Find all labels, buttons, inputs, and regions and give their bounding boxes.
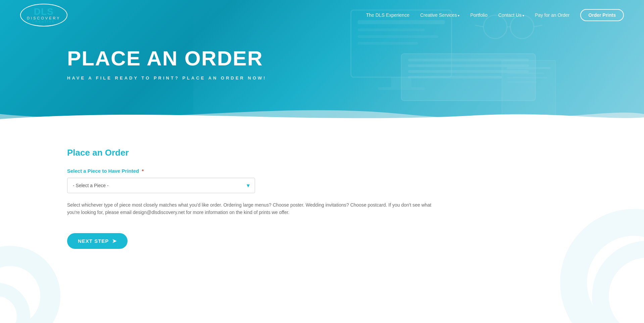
piece-select[interactable]: - Select a Piece - Business Card Flyer B… bbox=[67, 178, 255, 193]
svg-point-25 bbox=[600, 249, 644, 323]
bg-decor-right bbox=[527, 189, 644, 323]
field-label-text: Select a Piece to Have Printed bbox=[67, 168, 139, 174]
main-content: Place an Order Select a Piece to Have Pr… bbox=[0, 127, 644, 323]
order-prints-button[interactable]: Order Prints bbox=[580, 9, 624, 21]
nav-item-experience[interactable]: The DLS Experience bbox=[366, 12, 409, 18]
helper-text: Select whichever type of piece most clos… bbox=[67, 201, 436, 216]
field-label: Select a Piece to Have Printed * bbox=[67, 168, 577, 174]
svg-rect-10 bbox=[357, 35, 438, 38]
hero-subtitle: HAVE A FILE READY TO PRINT? PLACE AN ORD… bbox=[67, 75, 644, 80]
svg-rect-7 bbox=[378, 87, 425, 90]
logo-dls-main: DLS bbox=[34, 6, 54, 17]
svg-point-22 bbox=[0, 256, 50, 323]
nav-link-pay[interactable]: Pay for an Order bbox=[535, 12, 570, 18]
svg-point-24 bbox=[574, 222, 644, 323]
svg-point-23 bbox=[0, 289, 23, 323]
nav-link-contact[interactable]: Contact Us bbox=[498, 12, 524, 18]
nav-cta-item[interactable]: Order Prints bbox=[580, 12, 624, 18]
nav-link-creative[interactable]: Creative Services bbox=[420, 12, 459, 18]
logo-creative-text: CREATIVE bbox=[32, 20, 55, 23]
navbar: DLS DISCOVERY CREATIVE The DLS Experienc… bbox=[0, 0, 644, 30]
next-step-label: NEXT STEP bbox=[78, 238, 109, 244]
nav-item-contact[interactable]: Contact Us bbox=[498, 12, 524, 18]
select-wrapper: - Select a Piece - Business Card Flyer B… bbox=[67, 178, 255, 193]
logo-dls-text: DLS bbox=[34, 7, 54, 16]
arrow-right-icon: ➤ bbox=[112, 238, 117, 244]
nav-link-experience[interactable]: The DLS Experience bbox=[366, 12, 409, 18]
nav-links: The DLS Experience Creative Services Por… bbox=[366, 12, 624, 18]
nav-item-pay[interactable]: Pay for an Order bbox=[535, 12, 570, 18]
nav-link-portfolio[interactable]: Portfolio bbox=[470, 12, 487, 18]
hero-wave bbox=[0, 101, 644, 127]
required-star: * bbox=[142, 168, 144, 174]
nav-item-portfolio[interactable]: Portfolio bbox=[470, 12, 487, 18]
logo[interactable]: DLS DISCOVERY CREATIVE bbox=[20, 4, 67, 26]
next-step-button[interactable]: NEXT STEP ➤ bbox=[67, 233, 128, 249]
hero-title: PLACE AN ORDER bbox=[67, 47, 644, 70]
logo-oval: DLS DISCOVERY CREATIVE bbox=[20, 4, 67, 26]
hero-content: PLACE AN ORDER HAVE A FILE READY TO PRIN… bbox=[67, 47, 644, 80]
nav-item-creative[interactable]: Creative Services bbox=[420, 12, 459, 18]
svg-rect-11 bbox=[357, 42, 418, 45]
svg-rect-21 bbox=[507, 81, 537, 83]
section-title: Place an Order bbox=[67, 148, 577, 158]
